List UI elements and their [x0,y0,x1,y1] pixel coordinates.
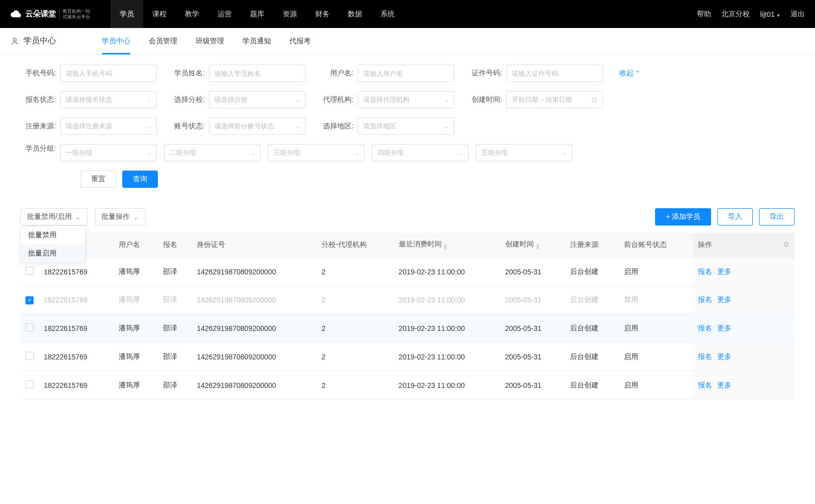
table-cell: 2005-05-31 [500,258,565,286]
table-cell: 报名更多 [693,371,795,400]
group-select[interactable]: 三级分组⌄ [268,144,365,161]
subnav-item[interactable]: 代报考 [289,28,311,54]
filter-label: 账号状态: [169,122,205,131]
calendar-icon: ☷ [591,96,597,104]
table-cell: 后台创建 [565,286,619,314]
filter-item: 选择分校:请选择分校⌄ [169,91,306,108]
filter-input[interactable] [209,65,306,82]
user-menu[interactable]: lijt01 [760,10,780,18]
bulk-ops-dropdown[interactable]: 批量操作 [95,208,146,226]
filter-select[interactable]: 请选择前台账号状态⌄ [209,118,306,135]
export-button[interactable]: 导出 [759,208,795,226]
table-row: 18222615769潘筠厚邵泽142629198708092000002201… [20,258,795,286]
op-enroll[interactable]: 报名 [698,352,712,360]
branch-link[interactable]: 北京分校 [721,10,750,19]
filter-input[interactable] [506,65,603,82]
table-cell: 2019-02-23 11:00:00 [394,314,500,343]
table-cell: 后台创建 [565,371,619,400]
top-right: 帮助 北京分校 lijt01 退出 [697,10,805,19]
logout-link[interactable]: 退出 [791,10,805,19]
chevron-down-icon: ⌄ [296,124,300,129]
subnav-item[interactable]: 班级管理 [196,28,224,54]
main-nav-item[interactable]: 资源 [274,0,306,28]
filter-select[interactable]: 请选择注册来源⌄ [60,118,157,135]
row-checkbox[interactable] [25,352,34,360]
op-more[interactable]: 更多 [717,381,731,389]
add-student-button[interactable]: + 添加学员 [655,208,711,226]
op-more[interactable]: 更多 [717,352,731,360]
main-nav-item[interactable]: 运营 [208,0,241,28]
bulk-toggle-menu: 批量禁用批量启用 [20,226,86,263]
main-nav-item[interactable]: 系统 [371,0,404,28]
main-nav-item[interactable]: 课程 [143,0,176,28]
op-more[interactable]: 更多 [717,324,731,332]
chevron-down-icon: ⌄ [563,150,567,156]
dropdown-item[interactable]: 批量启用 [21,244,85,263]
filter-input[interactable] [60,65,157,82]
table-cell: 报名更多 [693,286,795,314]
table-header[interactable]: 最近消费时间▲▼ [394,233,500,258]
top-nav: 云朵课堂 教育机构一站式服务云平台 学员课程教学运营题库资源财务数据系统 帮助 … [0,0,815,28]
import-button[interactable]: 导入 [717,208,753,226]
table-header: 身份证号 [192,233,316,258]
filter-label: 创建时间: [467,95,502,104]
group-select[interactable]: 一级分组⌄ [60,144,157,161]
row-checkbox[interactable] [25,323,34,331]
group-select[interactable]: 五级分组⌄ [476,144,573,161]
dropdown-item[interactable]: 批量禁用 [21,226,85,244]
filter-item: 手机号码: [20,65,157,82]
reset-button[interactable]: 重置 [80,171,116,188]
op-enroll[interactable]: 报名 [698,324,712,332]
table-row: 18222615769潘筠厚邵泽142629198708092000002201… [20,314,795,343]
filter-item: 创建时间:开始日期 – 结束日期☷ [467,91,603,108]
user-icon [10,37,19,46]
filter-input[interactable] [358,65,454,82]
op-enroll[interactable]: 报名 [698,267,712,275]
toolbar: 批量禁用/启用 批量操作 批量禁用批量启用 + 添加学员 导入 导出 [0,203,815,233]
table-cell: 2005-05-31 [500,314,565,343]
row-checkbox[interactable]: ✓ [25,296,34,304]
table-row: ✓18222615769潘筠厚邵泽14262919870809200000220… [20,286,795,314]
filter-select[interactable]: 请选择报名状态⌄ [60,91,157,108]
row-checkbox[interactable] [25,380,34,388]
op-more[interactable]: 更多 [717,267,731,275]
table-cell: 18222615769 [39,314,114,343]
table-cell: 邵泽 [158,258,192,286]
filter-select[interactable]: 请选择代理机构⌄ [358,91,454,108]
table-header[interactable]: 创建时间▲▼ [500,233,565,258]
gear-icon[interactable]: ⚙ [783,240,790,248]
op-enroll[interactable]: 报名 [698,295,712,303]
filter-row-3: 注册来源:请选择注册来源⌄账号状态:请选择前台账号状态⌄选择地区:请选择地区⌄ [20,118,795,135]
main-nav-item[interactable]: 教学 [176,0,208,28]
query-button[interactable]: 查询 [122,171,158,188]
subnav-item[interactable]: 学员通知 [242,28,271,54]
main-nav-item[interactable]: 财务 [306,0,339,28]
group-select[interactable]: 二级分组⌄ [164,144,261,161]
chevron-down-icon: ⌄ [147,124,151,129]
table-cell: 2019-02-23 11:00:00 [394,286,500,314]
main-nav-item[interactable]: 数据 [339,0,371,28]
filter-select[interactable]: 请选择分校⌄ [209,91,306,108]
table-cell: 邵泽 [158,343,192,371]
table-cell: 2 [316,258,393,286]
main-nav-item[interactable]: 题库 [241,0,274,28]
collapse-link[interactable]: 收起 [619,65,640,82]
row-checkbox[interactable] [25,267,34,275]
date-range[interactable]: 开始日期 – 结束日期☷ [506,91,603,108]
subnav-item[interactable]: 学员中心 [102,28,130,54]
subnav-item[interactable]: 会员管理 [149,28,177,54]
sub-nav: 学员中心会员管理班级管理学员通知代报考 [102,28,311,54]
table-row: 18222615769潘筠厚邵泽142629198708092000002201… [20,371,795,400]
table-cell: 2 [316,371,393,400]
bulk-toggle-dropdown[interactable]: 批量禁用/启用 [20,208,88,226]
help-link[interactable]: 帮助 [697,10,711,19]
chevron-down-icon: ⌄ [147,150,151,156]
table-cell: 18222615769 [39,343,114,371]
table-cell: 报名更多 [693,314,795,343]
main-nav-item[interactable]: 学员 [111,0,143,28]
op-enroll[interactable]: 报名 [698,381,712,389]
group-select[interactable]: 四级分组⌄ [372,144,469,161]
filter-select[interactable]: 请选择地区⌄ [358,118,454,135]
filter-row-1: 手机号码:学员姓名:用户名:证件号码:收起 [20,65,795,82]
op-more[interactable]: 更多 [717,295,731,303]
